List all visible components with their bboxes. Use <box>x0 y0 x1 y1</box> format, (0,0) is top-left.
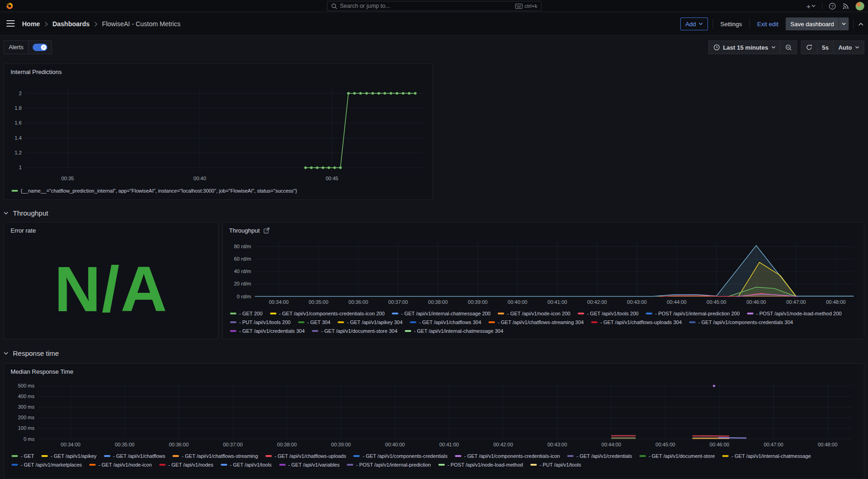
legend-item[interactable]: - POST /api/v1/node-load-method <box>438 462 523 468</box>
legend-item[interactable]: - GET /api/v1/chatflows-streaming 304 <box>489 319 584 325</box>
legend-item[interactable]: - POST /api/v1/internal-prediction <box>347 462 431 468</box>
legend-item[interactable]: - GET /api/v1/internal-chatmessage 200 <box>392 311 490 316</box>
legend-item[interactable]: - GET /api/v1/node-icon 200 <box>498 311 570 316</box>
breadcrumb-home[interactable]: Home <box>22 20 40 28</box>
series-point <box>328 166 330 169</box>
legend-series-label: - POST /api/v1/node-load-method <box>448 462 523 468</box>
legend-item[interactable]: - GET 200 <box>230 311 263 316</box>
time-range-label: Last 15 minutes <box>723 44 768 51</box>
legend-series-marker <box>172 455 179 457</box>
panel-median-response-time: Median Response Time 0 ms100 ms200 ms300… <box>4 363 864 479</box>
legend-item[interactable]: - GET /api/v1/chatflows-streaming <box>172 453 258 459</box>
help-icon[interactable]: ? <box>829 3 836 10</box>
add-button-label: Add <box>685 21 696 28</box>
legend-item[interactable]: - GET <box>11 453 34 459</box>
legend-item[interactable]: - GET /api/v1/chatflows <box>104 453 166 459</box>
x-tick-label: 00:46:00 <box>747 299 766 305</box>
legend-series-label: - GET /api/v1/node-icon <box>98 462 152 468</box>
legend-item[interactable]: {__name__="chatflow_prediction_internal"… <box>11 188 297 194</box>
legend-item[interactable]: - GET /api/v1/components-credentials 304 <box>689 319 793 325</box>
legend-item[interactable]: - GET /api/v1/chatflows-uploads 304 <box>591 319 682 325</box>
chevron-down-icon <box>811 5 816 7</box>
legend-item[interactable]: - GET /api/v1/components-credentials-ico… <box>455 453 560 459</box>
legend-item[interactable]: - GET /api/v1/apikey <box>41 453 96 459</box>
throughput-chart[interactable]: 0 rd/m20 rd/m40 rd/m60 rd/m80 rd/m00:34:… <box>226 238 860 308</box>
news-icon[interactable] <box>842 3 849 10</box>
x-tick-label: 00:35:00 <box>115 442 135 447</box>
panel-header[interactable]: Error rate <box>4 222 218 238</box>
refresh-interval-label[interactable]: 5s <box>817 41 833 54</box>
legend-series-marker <box>498 313 504 314</box>
median-response-chart[interactable]: 0 ms100 ms200 ms300 ms400 ms500 ms00:34:… <box>8 379 860 451</box>
legend-series-label: {__name__="chatflow_prediction_internal"… <box>21 188 297 194</box>
legend-item[interactable]: - GET /api/v1/credentials 304 <box>230 328 305 334</box>
legend-series-marker <box>312 330 318 332</box>
legend-item[interactable]: - PUT /api/v1/tools <box>530 462 581 468</box>
collapse-icon[interactable] <box>858 23 863 26</box>
panel-throughput: Throughput 0 rd/m20 rd/m40 rd/m60 rd/m80… <box>222 222 864 339</box>
time-range-picker[interactable]: Last 15 minutes <box>709 41 780 54</box>
legend-item[interactable]: - GET /api/v1/components-credentials <box>353 453 447 459</box>
legend-item[interactable]: - GET /api/v1/marketplaces <box>11 462 82 468</box>
x-tick-label: 00:44:00 <box>667 299 687 305</box>
exit-edit-button[interactable]: Exit edit <box>754 21 781 28</box>
legend-item[interactable]: - GET /api/v1/document-store <box>639 453 715 459</box>
legend-item[interactable]: - GET 304 <box>298 319 331 325</box>
add-button[interactable]: Add <box>680 17 708 30</box>
save-dashboard-button[interactable]: Save dashboard <box>786 17 849 30</box>
legend-item[interactable]: - GET /api/v1/internal-chatmessage 304 <box>405 328 503 334</box>
search-input[interactable]: Search or jump to... ctrl+k <box>327 1 541 11</box>
refresh-interval-picker[interactable]: Auto <box>834 41 864 54</box>
legend-item[interactable]: - GET /api/v1/apikey 304 <box>338 319 402 325</box>
legend-series-label: - GET /api/v1/chatflows-uploads 304 <box>600 319 682 325</box>
legend-item[interactable]: - GET /api/v1/tools <box>221 462 272 468</box>
legend-item[interactable]: - GET /api/v1/chatflows 304 <box>410 319 481 325</box>
x-tick-label: 00:41:00 <box>439 442 459 447</box>
legend-item[interactable]: - POST /api/v1/internal-prediction 200 <box>646 311 740 316</box>
toggle-switch[interactable]: ✓ <box>33 44 47 51</box>
legend-series-label: - GET /api/v1/chatflows-streaming 304 <box>498 319 584 325</box>
legend-series-marker <box>11 190 18 192</box>
chevron-right-icon <box>94 22 98 27</box>
divider <box>822 3 822 9</box>
external-link-icon[interactable] <box>264 228 270 234</box>
section-chevron-icon <box>4 352 8 355</box>
alerts-toggle[interactable]: ✓ <box>28 41 52 54</box>
legend-item[interactable]: - PUT /api/v1/tools 200 <box>230 319 291 325</box>
legend-item[interactable]: - GET /api/v1/node-icon <box>89 462 152 468</box>
alerts-label: Alerts <box>4 44 28 51</box>
grafana-logo[interactable] <box>6 2 14 10</box>
legend-item[interactable]: - GET /api/v1/variables <box>279 462 340 468</box>
series-point <box>365 92 368 95</box>
zoom-out-button[interactable] <box>781 41 797 54</box>
menu-icon[interactable] <box>6 20 15 27</box>
settings-button[interactable]: Settings <box>718 21 745 28</box>
legend-item[interactable]: - GET /api/v1/components-credentials-ico… <box>270 311 385 316</box>
y-tick-label: 1.4 <box>15 135 22 141</box>
refresh-button[interactable] <box>801 41 817 54</box>
legend-item[interactable]: - GET /api/v1/credentials <box>567 453 632 459</box>
breadcrumb-dashboards[interactable]: Dashboards <box>52 20 90 28</box>
avatar[interactable] <box>856 2 864 11</box>
x-tick-label: 00:43:00 <box>627 299 647 305</box>
section-throughput[interactable]: Throughput <box>4 207 48 219</box>
panel-header[interactable]: Throughput <box>223 222 864 238</box>
legend-item[interactable]: - GET /api/v1/chatflows-uploads <box>265 453 346 459</box>
internal-predictions-chart[interactable]: 11.21.41.61.8200:3500:4000:45 <box>8 80 429 186</box>
legend-series-marker <box>159 464 166 466</box>
panel-header[interactable]: Internal Predictions <box>4 64 432 80</box>
legend-item[interactable]: - GET /api/v1/nodes <box>159 462 213 468</box>
legend-item[interactable]: - GET /api/v1/internal-chatmessage <box>722 453 811 459</box>
legend-item[interactable]: - GET /api/v1/tools 200 <box>578 311 638 316</box>
chevron-down-icon <box>699 23 703 25</box>
x-tick-label: 00:43:00 <box>547 442 567 447</box>
legend-item[interactable]: - GET /api/v1/document-store 304 <box>312 328 397 334</box>
panel-header[interactable]: Median Response Time <box>4 364 864 379</box>
save-dashboard-caret[interactable] <box>839 17 849 30</box>
section-response-time[interactable]: Response time <box>4 347 59 359</box>
y-tick-label: 100 ms <box>18 425 35 431</box>
legend-series-label: - GET /api/v1/credentials <box>576 453 632 459</box>
add-new-button[interactable]: + <box>806 2 816 10</box>
legend-item[interactable]: - POST /api/v1/node-load-method 200 <box>747 311 842 316</box>
x-tick-label: 00:47:00 <box>786 299 806 305</box>
